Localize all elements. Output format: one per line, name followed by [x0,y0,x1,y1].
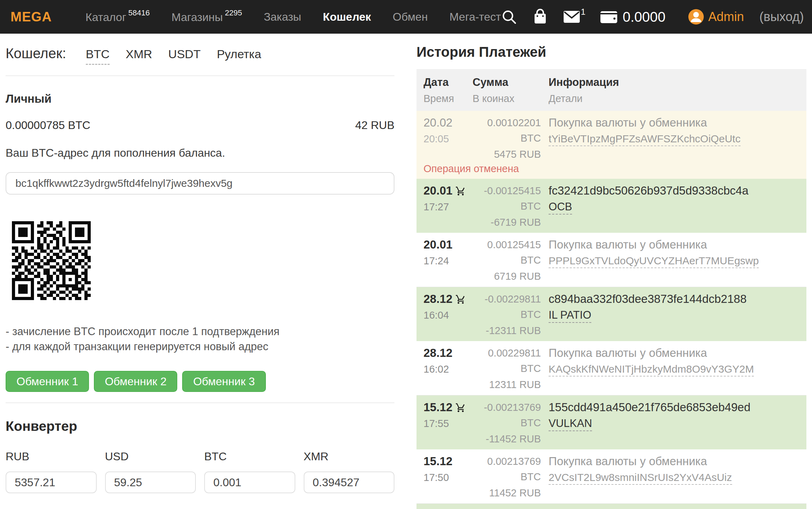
shopping-bag-icon[interactable] [532,8,548,25]
history-row-3: 20.0117:240.00125415 BTC6719 RUBПокупка … [417,233,806,287]
row-cart-cell [455,183,473,198]
wallet-header: Кошелек: BTCXMRUSDTРулетка [6,46,394,65]
cart-icon [455,294,466,305]
converter-input-btc[interactable] [204,471,295,493]
converter-title: Конвертер [6,419,394,434]
exchanger-button-3[interactable]: Обменник 3 [182,371,266,392]
history-table-header: Дата Время Сумма В коинах Информация Дет… [417,69,806,111]
converter-label-xmr: XMR [304,450,395,463]
nav-item-6[interactable]: Мега-тест [449,11,501,23]
history-row-6: 15.1217:55-0.00213769 BTC-11452 RUB155cd… [417,395,806,449]
converter-label-usd: USD [105,450,196,463]
exchanger-buttons: Обменник 1Обменник 2Обменник 3 [6,371,394,392]
wallet-balance-group[interactable]: 0.0000 [600,9,665,25]
row-shop-link[interactable]: ОСВ [549,201,572,215]
history-row-5: 28.1216:020.00229811 BTC12311 RUBПокупка… [417,341,806,395]
row-date-cell: 15.1217:50 [417,454,455,484]
history-title: История Платежей [417,44,806,60]
history-table: Дата Время Сумма В коинах Информация Дет… [417,69,806,509]
row-date: 28.12 [424,345,455,361]
row-amount-btc: -0.00213769 BTC [473,400,541,430]
wallet-tab-xmr[interactable]: XMR [126,47,152,61]
row-shop-link[interactable]: IL PATIO [549,309,591,323]
nav-item-3[interactable]: Заказы [264,11,301,23]
row-amount-btc: 0.00102201 BTC [473,115,541,146]
row-date-cell: 28.1216:04 [417,291,455,322]
row-info-text: Покупка валюты у обменника [549,237,806,252]
exchanger-button-1[interactable]: Обменник 1 [6,371,89,392]
row-hash-link[interactable]: PPPL9GxTVLdoQyUVCYZHAerT7MUEgswp [549,255,759,268]
qr-code [12,221,394,301]
cart-icon [455,402,466,413]
col-coins-label: В коинах [473,93,541,104]
btc-address-input[interactable] [6,172,394,195]
search-icon[interactable] [501,9,517,25]
messages-icon[interactable]: 1 [563,11,585,23]
row-date: 20.01 [424,237,455,252]
user-icon [688,9,704,25]
converter-field-xmr: XMR [304,450,395,493]
nav-item-1[interactable]: Каталог58416 [85,10,150,24]
row-cart-cell [455,345,473,348]
wallet-tab-рулетка[interactable]: Рулетка [217,47,261,61]
row-shop-link[interactable]: VULKAN [549,417,592,431]
logout-link[interactable]: (выход) [759,9,804,24]
row-time: 16:02 [424,362,455,376]
row-hash-link[interactable]: KAQskKfNWeNITjHbzkyMdm8O9vY3GY2M [549,363,754,376]
wallet-page: MEGA Каталог58416Магазины2295ЗаказыКошел… [0,0,812,509]
row-hash-link[interactable]: tYiBeVTIpzMgPFZsAWFSZKchcOiQeUtc [549,133,741,146]
row-info-cell: Покупка валюты у обменникаPPPL9GxTVLdoQy… [541,237,806,270]
deposit-note: - для каждой транзакции генерируется нов… [6,339,394,354]
row-info-text: 155cdd491a450e21f765de6853eb49ed [549,400,806,415]
row-cart-cell [455,291,473,306]
row-amount-cell: -0.00125415 BTC-6719 RUB [473,183,541,229]
converter-fields: RUBUSDBTCXMR [6,450,394,493]
converter-input-xmr[interactable] [304,471,395,493]
row-amount-cell: 0.00213769 BTC11452 RUB [473,454,541,500]
currency-tabs: BTCXMRUSDTРулетка [86,47,261,65]
col-details-label: Детали [549,93,806,104]
account-menu[interactable]: Admin [688,9,744,25]
navbar: MEGA Каталог58416Магазины2295ЗаказыКошел… [0,0,812,34]
row-date: 20.01 [424,183,455,198]
brand-logo[interactable]: MEGA [11,9,52,25]
wallet-tab-usdt[interactable]: USDT [168,47,201,61]
wallet-tab-btc[interactable]: BTC [86,47,110,65]
messages-count-badge: 1 [581,7,585,17]
personal-wallet-title: Личный [6,92,394,106]
converter-input-rub[interactable] [6,471,97,493]
row-amount-cell: -0.00229811 BTC-12311 RUB [473,291,541,338]
row-cart-cell [455,237,473,240]
row-amount-rub: -6719 RUB [473,215,541,229]
col-date-label: Дата [424,76,473,89]
row-amount-cell: 0.00125415 BTC6719 RUB [473,237,541,283]
wallet-icon [600,10,618,23]
row-time: 20:05 [424,132,455,146]
balance-rub: 42 RUB [355,119,394,132]
converter-input-usd[interactable] [105,471,196,493]
row-amount-btc: 0.00213769 BTC [473,454,541,484]
row-info-text: Покупка валюты у обменника [549,345,806,361]
row-date-cell: 15.1217:55 [417,400,455,430]
nav-item-2[interactable]: Магазины2295 [172,10,242,24]
row-cart-cell [455,454,473,456]
row-time: 17:24 [424,254,455,268]
nav-item-4[interactable]: Кошелек [323,11,371,23]
row-date-cell: 20.0117:24 [417,237,455,268]
exchanger-button-2[interactable]: Обменник 2 [94,371,177,392]
row-date: 28.12 [424,291,455,307]
row-info-text: Покупка валюты у обменника [549,115,806,130]
col-date-header: Дата Время [417,76,473,104]
withdraw-note: Вывод средств доступен только сотрудника… [6,507,394,509]
row-date: 20.02 [424,115,455,130]
row-info-cell: Покупка валюты у обменникаKAQskKfNWeNITj… [541,345,806,378]
row-hash-link[interactable]: 2VCsIT2L9w8smniINSrUIs2YxV4AsUiz [549,471,732,485]
nav-item-5[interactable]: Обмен [393,11,428,23]
col-sum-header: Сумма В коинах [473,76,541,104]
col-sum-label: Сумма [473,76,541,89]
row-cart-cell [455,400,473,414]
row-amount-rub: -11452 RUB [473,432,541,446]
row-time: 17:55 [424,416,455,430]
row-date-cell: 28.1216:02 [417,345,455,376]
row-time: 16:04 [424,308,455,322]
